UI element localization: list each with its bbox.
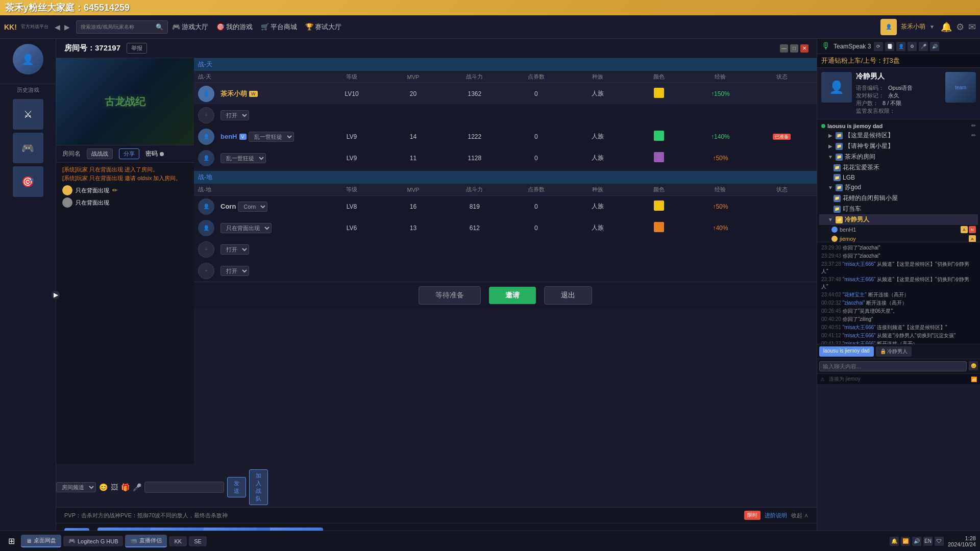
user-dropdown-icon[interactable]: ▼ (929, 24, 935, 30)
room-mode-button[interactable]: 战战战 (87, 148, 113, 159)
ts-chat-name-5: "花鲤宝主" (843, 292, 867, 297)
ts-channel-sugod[interactable]: ▼ 📁 苏god (819, 182, 978, 193)
ts-channel-candidate[interactable]: ▶ 📁 【这里是候待区】 ✏ (819, 130, 978, 141)
invite-button[interactable]: 邀请 (489, 287, 536, 304)
corn-mvp: 16 (382, 203, 444, 210)
ts-header-icons: ⟳ 📑 👤 ⚙ 🎤 🔊 (874, 42, 939, 51)
start-button[interactable]: ⊞ (4, 534, 19, 548)
sys-icon-bell[interactable]: 🔔 (890, 537, 899, 546)
close-button[interactable]: ✕ (800, 44, 808, 53)
history-item[interactable]: 🎯 (13, 166, 43, 197)
ts-wifi-icon: 📶 (971, 377, 977, 382)
corn-name-cell: 👤 Corn Corn (198, 198, 321, 215)
share-button[interactable]: 分享 (119, 148, 139, 159)
ts-settings-icon[interactable]: ⚙ (908, 42, 917, 51)
sys-icon-lang[interactable]: EN (923, 537, 933, 546)
minimize-button[interactable]: — (780, 44, 788, 53)
ts-channel-dingdang[interactable]: 📁 叮当车 (819, 204, 978, 214)
ts-tab-server[interactable]: laousu is jiemoy dad (819, 346, 874, 357)
ts-chat-input[interactable] (819, 361, 967, 371)
taskbar-se[interactable]: SE (189, 536, 207, 546)
luan-name-cell: 👤 乱一世狂徒 (198, 150, 321, 166)
sidebar-user-avatar[interactable]: 👤 (13, 44, 43, 74)
history-item[interactable]: 🎮 (13, 133, 43, 163)
ts-voice-value: Opus语音 (888, 84, 913, 92)
player-chat-pencil-icon: ✏ (112, 187, 117, 194)
chat-image-icon[interactable]: 🖼 (111, 483, 118, 491)
ts-speaker-icon[interactable]: 🔊 (930, 42, 939, 51)
slot-1-dropdown[interactable]: 打开 (220, 110, 249, 120)
report-button[interactable]: 举报 (127, 43, 147, 54)
game-area: 房间号：372197 举报 — □ ✕ 古龙战纪 房间名 战战战 (56, 39, 817, 551)
tournament-icon: 🏆 (305, 23, 313, 31)
corn-dropdown[interactable]: Corn (238, 202, 267, 212)
ts-connect-icon[interactable]: ⟳ (874, 42, 883, 51)
ts-tab-channel[interactable]: 🔒 冷静男人 (876, 346, 912, 357)
user-avatar[interactable]: 👤 (880, 19, 897, 35)
sys-icon-speaker[interactable]: 🔊 (912, 537, 921, 546)
nav-game-hall[interactable]: 🎮 游戏大厅 (172, 22, 208, 32)
sys-icon-antivirus[interactable]: 🛡 (935, 537, 944, 546)
slot-3-dropdown[interactable]: 打开 (220, 266, 249, 276)
messages-icon[interactable]: ✉ (968, 21, 976, 33)
search-icon[interactable]: 🔍 (156, 23, 163, 31)
taskbar-streaming[interactable]: 📹 直播伴侣 (125, 535, 167, 547)
bell-icon[interactable]: 🔔 (941, 21, 952, 33)
ts-mic-icon[interactable]: 🎤 (919, 42, 928, 51)
nav-my-games[interactable]: 🎯 我的游戏 (216, 22, 253, 32)
ts-channel-vip[interactable]: ▶ 📁 【请神专属小星】 (819, 141, 978, 152)
teamspeak-panel: 🎙 TeamSpeak 3 ⟳ 📑 👤 ⚙ 🎤 🔊 开通钻粉上车/上号：打3盘 … (817, 39, 980, 551)
exit-button[interactable]: 退出 (544, 286, 592, 305)
col-mvp: MVP (382, 74, 444, 80)
progress-hint-link[interactable]: 进阶说明 (765, 512, 787, 519)
ts-server-node[interactable]: laousu is jiemoy dad ✏ (819, 121, 978, 130)
ts-channel-lengjing[interactable]: ▼ 📁 冷静男人 (819, 214, 978, 225)
slot-row-1: + 打开 (194, 105, 817, 126)
chat-gift-icon[interactable]: 🎁 (121, 483, 130, 491)
ts-status-text: 连接为 jiemoy (829, 375, 861, 383)
taskbar-date-display: 2024/10/24 (948, 541, 976, 547)
ts-user-jiemoy[interactable]: jiemoy A (819, 234, 978, 242)
ts-chat-entry-5: 23:44:02 "花鲤宝主" 断开连接（高开） (821, 291, 976, 298)
nav-tournament[interactable]: 🏆 赛试大厅 (305, 22, 341, 32)
benh-dropdown[interactable]: 乱一世狂徒 (249, 132, 294, 142)
ts-channel-huahua[interactable]: 📁 花花宝爱茶禾 (819, 162, 978, 173)
nav-forward[interactable]: ▶ (62, 23, 72, 31)
slot-2-avatar: + (198, 241, 214, 258)
ts-chat-emoji-icon[interactable]: 😊 (969, 361, 978, 370)
ts-channel-hualei[interactable]: 📁 花鲤的自闭剪辑小屋 (819, 193, 978, 204)
settings-icon[interactable]: ⚙ (956, 21, 964, 33)
chat-player-section: 只在背面出现 ✏ 只在背面出现 (62, 185, 188, 208)
ts-self-icon[interactable]: 👤 (896, 42, 905, 51)
taskbar-logitech[interactable]: 🎮 Logitech G HUB (63, 536, 123, 546)
taskbar-desktop[interactable]: 🖥 桌面网盘 (21, 535, 61, 547)
channel-icon-6: 📁 (836, 184, 843, 191)
player-row-back: 👤 只在背面出现 LV6 13 612 0 人族 ↑40% (194, 217, 817, 239)
wait-button[interactable]: 等待准备 (419, 286, 481, 305)
back-avatar: 👤 (198, 220, 214, 236)
player-1-level: LV10 (321, 90, 382, 97)
chat-emoji-icon[interactable]: 😊 (99, 483, 108, 491)
sys-icon-network[interactable]: 📶 (901, 537, 910, 546)
slot-2-dropdown[interactable]: 打开 (220, 244, 249, 255)
back-dropdown[interactable]: 只在背面出现 (220, 223, 272, 233)
maximize-button[interactable]: □ (790, 44, 798, 53)
ts-channel-chahe[interactable]: ▼ 📁 茶禾的房间 (819, 152, 978, 162)
ts-user-benh1[interactable]: benH1 A N (819, 225, 978, 234)
nav-back[interactable]: ◀ (53, 23, 62, 31)
my-games-icon: 🎯 (216, 23, 225, 31)
game-preview: 古龙战纪 (56, 58, 194, 145)
chat-mic-icon[interactable]: 🎤 (133, 483, 141, 491)
channel-select[interactable]: 房间频道 (56, 482, 96, 492)
ts-profile-record-row: 发对标记： 永久 (856, 92, 941, 99)
ts-channel-tree[interactable]: laousu is jiemoy dad ✏ ▶ 📁 【这里是候待区】 ✏ ▶ … (817, 119, 980, 242)
history-item[interactable]: ⚔ (13, 99, 43, 130)
taskbar-kk[interactable]: KK (169, 536, 187, 546)
nav-platform-shop[interactable]: 🛒 平台商城 (261, 22, 297, 32)
luan-power: 1128 (444, 155, 505, 162)
sidebar-toggle[interactable]: ▶ (52, 291, 60, 299)
ts-channel-lgb[interactable]: 📁 LGB (819, 173, 978, 182)
luan-dropdown[interactable]: 乱一世狂徒 (220, 153, 266, 163)
search-bar[interactable]: 搜索游戏/戏局/玩家名称 🔍 (76, 20, 168, 34)
ts-bookmark-icon[interactable]: 📑 (885, 42, 894, 51)
